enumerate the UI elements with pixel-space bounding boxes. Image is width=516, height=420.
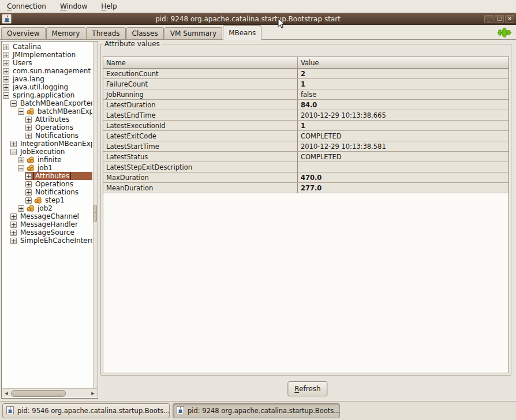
mouse-cursor [278,18,285,31]
expand-toggle-icon[interactable]: + [25,125,32,131]
scroll-right-arrow-icon[interactable]: ▶ [89,389,97,397]
tree-row[interactable]: − JobExecution [2,148,92,156]
expand-toggle-icon[interactable]: + [10,222,17,228]
column-header-value[interactable]: Value [298,57,508,69]
expand-toggle-icon[interactable]: + [3,84,9,91]
expand-toggle-icon[interactable]: − [3,92,9,99]
tree-row[interactable]: − BatchMBeanExporter [2,99,92,107]
tree-row[interactable]: + com.sun.management [2,67,92,75]
table-row[interactable]: LatestExitCode COMPLETED [103,131,508,141]
tab[interactable]: VM Summary [164,27,222,39]
taskbar-button[interactable]: pid: 9546 org.apache.catalina.startup.Bo… [2,403,170,418]
table-row[interactable]: ExecutionCount 2 [103,69,508,79]
expand-toggle-icon[interactable]: + [25,133,32,139]
tree-row[interactable]: + Notifications [2,188,92,196]
tree-row[interactable]: + Notifications [2,132,92,140]
tree-row[interactable]: − spring.application [2,91,92,99]
attr-name-cell: LatestStatus [103,152,298,162]
refresh-button[interactable]: Refresh [287,381,327,396]
tree-row[interactable]: + IntegrationMBeanExpo [2,140,92,148]
tree-row[interactable]: + SimpleEhCacheInterce [2,237,92,245]
expand-toggle-icon[interactable]: + [3,44,9,50]
attr-name-cell: LatestEndTime [103,110,298,120]
tree-row[interactable]: + Attributes [2,172,92,180]
expand-toggle-icon[interactable]: + [3,68,9,74]
taskbar-button-label: pid: 9546 org.apache.catalina.startup.Bo… [17,407,170,415]
attr-name-cell: FailureCount [103,79,298,89]
expand-toggle-icon[interactable]: + [10,238,17,244]
tree-row[interactable]: + java.lang [2,75,92,83]
attr-name-cell: ExecutionCount [103,69,298,78]
menu-help[interactable]: Help [101,2,117,10]
expand-toggle-icon[interactable]: − [18,165,24,171]
taskbar: pid: 9546 org.apache.catalina.startup.Bo… [0,401,516,420]
column-header-name[interactable]: Name [103,57,298,69]
tree-row[interactable]: + MessageChannel [2,212,92,220]
tree-row[interactable]: + infinite [2,156,92,164]
tree-row[interactable]: + step1 [2,196,92,204]
attr-name-cell: LatestExecutionId [103,121,298,130]
table-row[interactable]: LatestStatus COMPLETED [103,152,508,162]
tree-row[interactable]: + MessageHandler [2,220,92,228]
expand-toggle-icon[interactable]: + [18,157,24,163]
minimize-button[interactable]: _ [484,15,493,23]
tree-row[interactable]: − job1 [2,164,92,172]
tree-row[interactable]: + MessageSource [2,228,92,237]
tree-row[interactable]: + JMImplementation [2,51,92,59]
expand-toggle-icon[interactable]: + [10,213,17,220]
tab[interactable]: MBeans [223,25,261,40]
menu-connection[interactable]: Connection [7,2,46,10]
table-row[interactable]: LatestStepExitDescription [103,162,508,172]
expand-toggle-icon[interactable]: + [3,52,9,58]
table-row[interactable]: LatestExecutionId 1 [103,121,508,131]
maximize-button[interactable]: □ [495,15,504,23]
tree-row[interactable]: + Users [2,59,92,67]
scroll-left-arrow-icon[interactable]: ◀ [2,389,10,397]
tab[interactable]: Overview [1,27,46,39]
horizontal-scroll-thumb[interactable] [11,390,66,397]
expand-toggle-icon[interactable]: + [3,60,9,66]
tree-item-label: MessageHandler [19,220,79,228]
expand-toggle-icon[interactable]: + [25,117,32,123]
tab[interactable]: Memory [46,27,86,39]
expand-toggle-icon[interactable]: + [3,76,9,82]
expand-toggle-icon[interactable]: + [25,181,32,187]
tree-row[interactable]: + java.util.logging [2,83,92,91]
tree-row[interactable]: + Catalina [2,43,92,51]
expand-toggle-icon[interactable]: − [10,149,17,155]
tree-vertical-scrollbar[interactable] [93,42,97,388]
tree-horizontal-scrollbar[interactable]: ◀ ▶ [2,388,97,397]
expand-toggle-icon[interactable]: + [25,189,32,196]
expand-toggle-icon[interactable]: + [10,141,17,147]
table-row[interactable]: MeanDuration 277.0 [103,183,508,193]
tab[interactable]: Classes [126,27,164,39]
menu-window[interactable]: Window [60,2,87,10]
expand-toggle-icon[interactable]: + [25,173,32,179]
tree-item-label: java.lang [12,75,46,83]
tree-row[interactable]: − batchMBeanExpo [2,107,92,115]
tree-item-label: Notifications [34,188,80,196]
table-row[interactable]: LatestStartTime 2010-12-29 10:13:38.581 [103,141,508,152]
expand-toggle-icon[interactable]: − [18,108,24,115]
expand-toggle-icon[interactable]: + [18,205,24,212]
window-title: pid: 9248 org.apache.catalina.startup.Bo… [12,15,484,23]
expand-toggle-icon[interactable]: − [10,100,17,107]
table-row[interactable]: MaxDuration 470.0 [103,172,508,183]
tree-row[interactable]: + Operations [2,123,92,132]
expand-toggle-icon[interactable]: + [25,197,32,204]
inner-window-titlebar[interactable]: pid: 9248 org.apache.catalina.startup.Bo… [0,13,516,25]
expand-toggle-icon[interactable]: + [10,230,17,236]
tree-item-label: Attributes [34,115,70,123]
table-row[interactable]: LatestDuration 84.0 [103,100,508,110]
vertical-scroll-thumb[interactable] [94,205,97,222]
tree-item-label: IntegrationMBeanExpo [19,140,92,148]
tab[interactable]: Threads [86,27,125,39]
table-row[interactable]: FailureCount 1 [103,79,508,89]
close-button[interactable]: × [505,15,514,23]
tree-row[interactable]: + Attributes [2,115,92,123]
table-row[interactable]: LatestEndTime 2010-12-29 10:13:38.665 [103,110,508,121]
tree-row[interactable]: + Operations [2,180,92,188]
taskbar-button[interactable]: pid: 9248 org.apache.catalina.startup.Bo… [173,403,340,418]
table-row[interactable]: JobRunning false [103,89,508,100]
tree-row[interactable]: + job2 [2,204,92,212]
